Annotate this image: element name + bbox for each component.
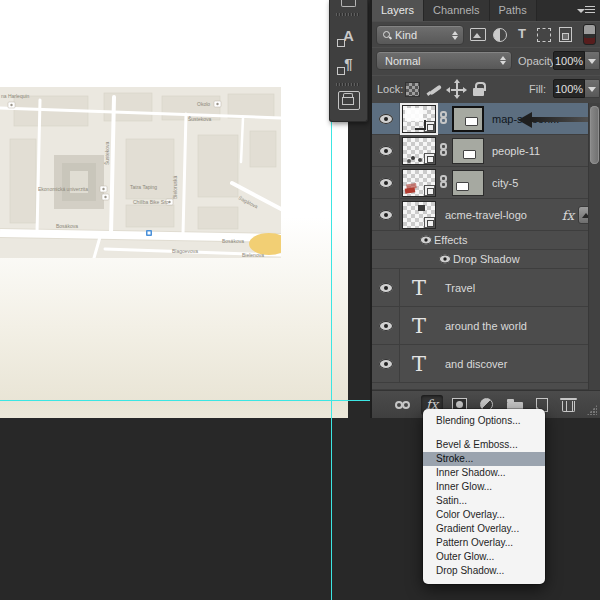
menu-item-outer-glow[interactable]: Outer Glow... (423, 550, 545, 564)
visibility-eye-icon[interactable] (439, 255, 451, 264)
text-layer-thumbnail[interactable]: T (402, 314, 436, 338)
shape-layer-filter-icon[interactable] (535, 26, 553, 42)
scrollbar[interactable] (588, 103, 600, 390)
layer-comps-icon[interactable] (338, 91, 360, 110)
layer-name[interactable]: acme-travel-logo (445, 209, 527, 221)
layer-name[interactable]: Travel (445, 282, 475, 294)
layer-mask-thumbnail[interactable] (452, 106, 484, 132)
map-label: Okolo (197, 101, 210, 107)
layer-mask-thumbnail[interactable] (452, 138, 484, 164)
kind-filter-label: Kind (395, 29, 417, 41)
layer-thumbnail[interactable] (402, 137, 436, 165)
layer-name[interactable]: around the world (445, 320, 527, 332)
layer-name[interactable]: people-11 (492, 145, 540, 157)
paragraph-styles-glyph: ¶ (344, 55, 352, 72)
smart-object-filter-icon[interactable] (557, 26, 575, 42)
layer-row-acme-travel-logo[interactable]: acme-travel-logofx (372, 199, 600, 231)
layer-name[interactable]: and discover (445, 358, 507, 370)
blend-mode-dropdown[interactable]: Normal (376, 51, 512, 70)
smart-object-badge-icon (424, 185, 435, 196)
menu-item-drop-shadow[interactable]: Drop Shadow... (423, 564, 545, 578)
menu-item-blending-options[interactable]: Blending Options... (423, 414, 545, 428)
mask-link-icon[interactable] (440, 175, 449, 191)
visibility-eye-icon[interactable] (379, 146, 393, 156)
mask-link-icon[interactable] (440, 143, 449, 159)
layer-thumbnail[interactable] (402, 201, 436, 229)
layer-rows: map-screen...people-11city-5acme-travel-… (372, 103, 600, 390)
layer-list: map-screen...people-11city-5acme-travel-… (372, 103, 600, 390)
tab-paths[interactable]: Paths (490, 0, 537, 21)
pixel-layer-filter-icon[interactable] (469, 26, 487, 42)
layer-mask-thumbnail[interactable] (452, 170, 484, 196)
panel-menu-lines (585, 6, 595, 15)
text-layer-thumbnail[interactable]: T (402, 276, 436, 300)
mask-link-icon[interactable] (440, 111, 449, 127)
effect-row-drop-shadow[interactable]: Drop Shadow (372, 250, 600, 269)
layer-thumbnail[interactable] (402, 169, 436, 197)
visibility-eye-icon[interactable] (420, 236, 432, 245)
menu-item-stroke[interactable]: Stroke... (423, 452, 545, 466)
horizontal-guide[interactable] (0, 400, 370, 401)
layer-row-and-discover[interactable]: Tand discover (372, 345, 600, 383)
partial-panel-icon[interactable] (341, 0, 356, 7)
menu-item-pattern-overlay[interactable]: Pattern Overlay... (423, 536, 545, 550)
map-label: Šustekova (188, 116, 212, 122)
opacity-dropdown-button[interactable] (585, 51, 600, 70)
layer-row-city-5[interactable]: city-5 (372, 167, 600, 199)
visibility-eye-icon[interactable] (379, 321, 393, 331)
fill-value[interactable]: 100% (553, 79, 585, 98)
dock-gripper[interactable] (336, 13, 360, 16)
menu-item-color-overlay[interactable]: Color Overlay... (423, 508, 545, 522)
menu-item-satin[interactable]: Satin... (423, 494, 545, 508)
fill-dropdown-button[interactable] (585, 79, 600, 98)
layer-row-travel[interactable]: TTravel (372, 269, 600, 307)
mask-content (456, 182, 469, 191)
panel-resize-grip[interactable] (587, 405, 597, 415)
effect-row-effects[interactable]: Effects (372, 231, 600, 250)
menu-item-bevel-emboss[interactable]: Bevel & Emboss... (423, 438, 545, 452)
visibility-eye-icon[interactable] (379, 359, 393, 369)
delete-layer-button[interactable] (558, 395, 580, 415)
lock-move-icon[interactable] (449, 82, 465, 97)
kind-filter-dropdown[interactable]: Kind (376, 25, 464, 45)
paragraph-styles-icon[interactable]: ¶ (330, 52, 367, 76)
panel-menu-icon[interactable] (577, 6, 595, 16)
link-layers-button[interactable] (393, 395, 415, 415)
layer-name[interactable]: map-screen... (492, 113, 559, 125)
layer-row-people-11[interactable]: people-11 (372, 135, 600, 167)
visibility-eye-icon[interactable] (379, 283, 393, 293)
layer-filtering-toggle[interactable] (583, 24, 596, 45)
layers-panel: LayersChannelsPaths Kind T Normal Opacit… (370, 0, 600, 418)
eye-cell (372, 135, 400, 166)
menu-item-inner-shadow[interactable]: Inner Shadow... (423, 466, 545, 480)
character-styles-icon[interactable]: A (330, 24, 367, 48)
mask-content (463, 150, 476, 159)
tab-channels[interactable]: Channels (424, 0, 489, 21)
layer-row-map-screen[interactable]: map-screen... (372, 103, 600, 135)
menu-item-inner-glow[interactable]: Inner Glow... (423, 480, 545, 494)
tab-layers[interactable]: Layers (372, 0, 424, 21)
lock-transparency-icon[interactable] (405, 82, 420, 97)
lock-all-icon[interactable] (472, 82, 488, 97)
text-layer-thumbnail[interactable]: T (402, 352, 436, 376)
type-layer-filter-icon[interactable]: T (513, 26, 531, 42)
opacity-value[interactable]: 100% (553, 51, 585, 70)
map-label: Blagoevova (172, 248, 198, 254)
layer-name[interactable]: city-5 (492, 177, 518, 189)
layer-row-around-the-world[interactable]: Taround the world (372, 307, 600, 345)
visibility-eye-icon[interactable] (379, 210, 393, 220)
layer-thumbnail[interactable] (402, 105, 436, 133)
fx-badge[interactable]: fx (562, 207, 574, 222)
scrollbar-thumb[interactable] (590, 106, 599, 164)
dock-gripper[interactable] (336, 83, 360, 86)
menu-item-gradient-overlay[interactable]: Gradient Overlay... (423, 522, 545, 536)
fill-label: Fill: (529, 83, 546, 95)
map-label: Bieloruská (172, 175, 178, 199)
visibility-eye-icon[interactable] (379, 114, 393, 124)
visibility-eye-icon[interactable] (379, 178, 393, 188)
lock-row: Lock: Fill: 100% (372, 75, 600, 104)
adjustment-layer-filter-icon[interactable] (491, 26, 509, 42)
lock-paint-icon[interactable] (427, 82, 443, 97)
blend-mode-row: Normal Opacity: 100% (372, 47, 600, 76)
panel-menu-arrow (577, 9, 585, 13)
